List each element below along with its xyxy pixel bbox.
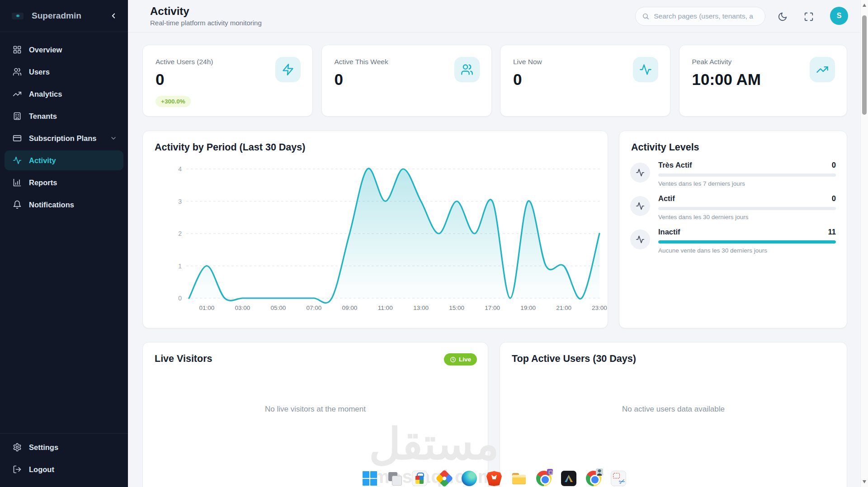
dark-mode-toggle[interactable] [777,11,788,23]
scroll-down-arrow[interactable] [863,480,866,483]
sidebar-item-users[interactable]: Users [5,62,123,82]
building-icon [13,112,22,121]
black-a-app-icon[interactable] [561,471,576,486]
microsoft-store-icon[interactable] [412,471,427,486]
brave-browser-icon[interactable] [486,471,502,486]
sidebar-item-tenants[interactable]: Tenants [5,106,123,126]
sidebar-item-settings[interactable]: Settings [5,437,123,457]
stat-card-live-now: Live Now 0 [500,45,670,117]
svg-text:03:00: 03:00 [235,304,250,311]
level-description: Ventes dans les 30 derniers jours [658,214,836,220]
live-status-badge: Live [444,353,477,365]
live-visitors-empty-message: No live visitors at the moment [143,405,488,414]
microsoft-edge-icon[interactable] [462,471,477,486]
sidebar-item-notifications[interactable]: Notifications [5,195,123,215]
pulse-icon [630,229,650,249]
pulse-icon [633,57,658,82]
bar-chart-icon [13,178,22,187]
sidebar-item-label: Users [29,68,117,76]
colorful-diamond-app-icon[interactable] [435,469,453,487]
stat-card-active-this-week: Active This Week 0 [321,45,492,117]
sidebar-collapse-button[interactable] [108,10,119,21]
sidebar-item-label: Reports [29,178,117,187]
svg-text:19:00: 19:00 [520,304,536,311]
level-progress-track [658,240,836,244]
sidebar-item-subscription-plans[interactable]: Subscription Plans [5,128,123,148]
top-active-users-empty-message: No active users data available [500,405,847,414]
chevron-left-icon [109,12,118,20]
sidebar: Superadmin Overview Users Analytics Tena… [0,0,128,487]
scroll-up-arrow[interactable] [863,4,866,7]
svg-text:05:00: 05:00 [270,304,286,311]
sidebar-item-reports[interactable]: Reports [5,173,123,192]
users-icon [13,67,22,76]
activity-levels-list: Très Actif 0 Ventes dans les 7 derniers … [630,161,836,261]
level-label: Très Actif [658,161,692,169]
stat-label: Active Users (24h) [156,58,213,66]
stat-value: 0 [156,70,164,89]
live-visitors-title: Live Visitors [155,353,212,365]
search-input[interactable] [654,12,759,20]
sidebar-brand-row: Superadmin [0,0,128,32]
sidebar-item-overview[interactable]: Overview [5,40,123,60]
stat-value: 0 [513,70,522,89]
level-value: 0 [832,194,836,203]
search-icon [642,12,649,20]
level-progress-fill [658,240,836,244]
chrome-icon[interactable] [536,471,552,486]
live-badge-label: Live [459,356,471,363]
svg-text:3: 3 [178,198,182,205]
snipping-tool-icon[interactable] [611,471,626,486]
activity-level-row-inactif: Inactif 11 Aucune vente dans les 30 dern… [630,228,836,254]
profile-avatar-icon [596,468,603,476]
fullscreen-button[interactable] [803,11,815,23]
gear-icon [13,443,22,452]
activity-levels-panel: Activity Levels Très Actif 0 Ventes dans… [619,131,847,328]
logout-icon [13,465,22,474]
sidebar-footer: Settings Logout [5,437,123,482]
svg-text:07:00: 07:00 [306,304,321,311]
sidebar-item-logout[interactable]: Logout [5,459,123,479]
sidebar-item-label: Notifications [29,201,117,209]
sidebar-item-label: Analytics [29,90,117,98]
brand-logo [12,13,24,19]
grid-icon [13,45,22,54]
users-icon [454,57,480,82]
brand-name: Superadmin [32,11,108,21]
chevron-down-icon [110,135,117,142]
stat-value: 10:00 AM [692,70,761,89]
stat-change-badge: +300.0% [156,96,191,107]
chrome-profile-icon[interactable] [586,471,601,486]
trending-up-icon [810,57,835,82]
level-label: Actif [658,194,675,203]
bell-icon [13,200,22,209]
page-subtitle: Real-time platform activity monitoring [150,19,262,27]
svg-text:21:00: 21:00 [556,304,571,311]
top-active-users-title: Top Active Users (30 Days) [512,353,636,365]
stat-card-active-users-24h: Active Users (24h) 0 +300.0% [142,45,313,117]
activity-levels-title: Activity Levels [631,142,699,153]
search-box[interactable] [635,7,765,26]
task-view-icon[interactable] [387,471,402,486]
activity-level-row-tres-actif: Très Actif 0 Ventes dans les 7 derniers … [630,161,836,187]
chart-title: Activity by Period (Last 30 Days) [155,142,305,153]
scrollbar-thumb[interactable] [862,15,867,115]
file-explorer-icon[interactable] [511,471,527,486]
pulse-icon [630,196,650,216]
clock-icon [450,356,456,363]
windows-start-icon[interactable] [362,471,377,486]
sidebar-item-activity[interactable]: Activity [5,150,123,170]
level-description: Aucune vente dans les 30 derniers jours [658,247,836,254]
activity-by-period-panel: Activity by Period (Last 30 Days) 01234 … [142,131,608,328]
sidebar-item-label: Activity [29,156,117,165]
user-avatar[interactable]: S [830,7,848,25]
sidebar-item-label: Tenants [29,112,117,121]
sidebar-item-analytics[interactable]: Analytics [5,84,123,104]
activity-dashboard-page: Superadmin Overview Users Analytics Tena… [0,0,868,487]
sidebar-item-label: Logout [29,465,117,474]
page-scrollbar [860,0,868,487]
activity-level-row-actif: Actif 0 Ventes dans les 30 derniers jour… [630,194,836,220]
svg-text:09:00: 09:00 [342,304,357,311]
svg-text:23:00: 23:00 [592,304,607,311]
stat-label: Active This Week [335,58,388,66]
